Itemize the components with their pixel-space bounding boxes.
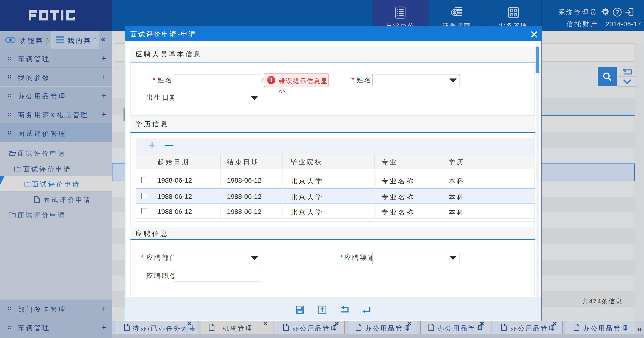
svg-text:?: ? (616, 9, 619, 16)
svg-text:$: $ (453, 10, 456, 16)
